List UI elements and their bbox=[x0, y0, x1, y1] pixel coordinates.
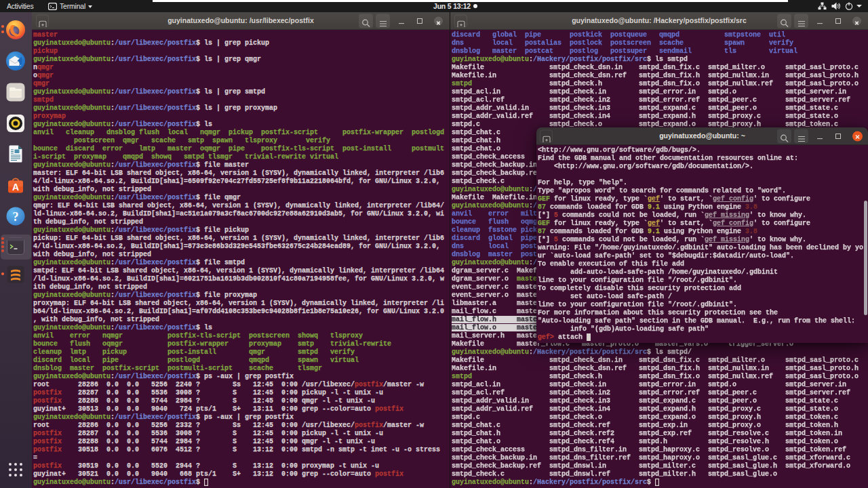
svg-text:A: A bbox=[12, 182, 19, 192]
svg-text:?: ? bbox=[13, 210, 19, 224]
